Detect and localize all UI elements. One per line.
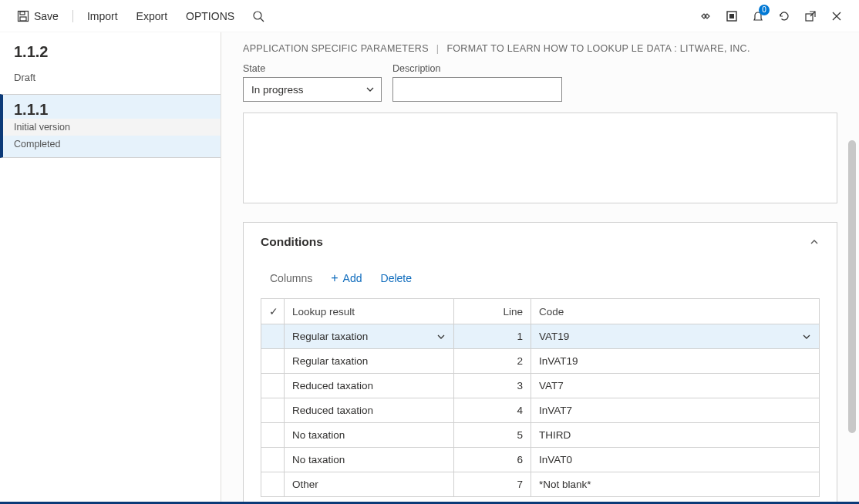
- main-pane: APPLICATION SPECIFIC PARAMETERS | FORMAT…: [221, 32, 859, 502]
- state-value: In progress: [251, 84, 304, 96]
- state-select[interactable]: In progress: [243, 77, 382, 102]
- check-icon: ✓: [269, 305, 278, 318]
- refresh-button[interactable]: [771, 3, 797, 29]
- chevron-down-icon: [436, 332, 446, 341]
- description-label: Description: [392, 63, 562, 74]
- row-selector[interactable]: [261, 324, 285, 349]
- cell-code[interactable]: THIRD: [531, 423, 820, 448]
- cell-line[interactable]: 7: [454, 472, 531, 497]
- svg-rect-6: [729, 14, 734, 18]
- cell-code[interactable]: InVAT0: [531, 448, 820, 472]
- version-status: Draft: [14, 72, 207, 91]
- cell-code[interactable]: VAT7: [531, 374, 820, 398]
- office-button[interactable]: [719, 3, 745, 29]
- table-row[interactable]: Other7*Not blank*: [261, 472, 820, 497]
- conditions-grid: ✓ Lookup result Line Code Regular taxati…: [261, 298, 820, 497]
- table-row[interactable]: Regular taxation1VAT19: [261, 324, 820, 349]
- conditions-header[interactable]: Conditions: [244, 223, 837, 261]
- search-button[interactable]: [245, 3, 271, 29]
- save-label: Save: [34, 10, 59, 22]
- separator: [72, 10, 73, 22]
- cell-lookup[interactable]: Other: [285, 472, 454, 497]
- cell-line[interactable]: 2: [454, 349, 531, 374]
- cell-line[interactable]: 3: [454, 374, 531, 398]
- breadcrumb-part: FORMAT TO LEARN HOW TO LOOKUP LE DATA : …: [446, 43, 750, 54]
- table-row[interactable]: No taxation6InVAT0: [261, 448, 820, 472]
- conditions-title: Conditions: [261, 235, 323, 249]
- version-sidebar: 1.1.2 Draft 1.1.1 Initial version Comple…: [0, 32, 221, 502]
- cell-code[interactable]: InVAT19: [531, 349, 820, 374]
- close-button[interactable]: [824, 3, 850, 29]
- version-number: 1.1.2: [14, 43, 207, 61]
- cell-code[interactable]: VAT19: [531, 324, 820, 349]
- col-header-code[interactable]: Code: [531, 299, 820, 324]
- notifications-button[interactable]: 0: [745, 3, 771, 29]
- row-selector[interactable]: [261, 448, 285, 472]
- cell-line[interactable]: 6: [454, 448, 531, 472]
- chevron-down-icon: [802, 332, 811, 341]
- import-button[interactable]: Import: [79, 5, 126, 27]
- row-selector[interactable]: [261, 423, 285, 448]
- conditions-section: Conditions Columns + Add Delete: [243, 222, 837, 502]
- version-item-draft[interactable]: 1.1.2 Draft: [0, 32, 221, 94]
- cell-code[interactable]: InVAT7: [531, 398, 820, 423]
- cell-lookup[interactable]: Reduced taxation: [285, 374, 454, 398]
- cell-lookup[interactable]: No taxation: [285, 448, 454, 472]
- link-icon: [699, 10, 712, 22]
- col-header-lookup[interactable]: Lookup result: [285, 299, 454, 324]
- cell-lookup[interactable]: Reduced taxation: [285, 398, 454, 423]
- notifications-badge: 0: [759, 5, 770, 15]
- svg-rect-2: [20, 17, 26, 21]
- col-header-select[interactable]: ✓: [261, 299, 285, 324]
- upper-panel: [243, 113, 837, 203]
- office-icon: [726, 10, 738, 22]
- cell-lookup[interactable]: Regular taxation: [285, 349, 454, 374]
- top-toolbar: Save Import Export OPTIONS 0: [0, 0, 859, 32]
- chevron-up-icon: [809, 237, 820, 247]
- row-selector[interactable]: [261, 398, 285, 423]
- svg-point-3: [254, 12, 261, 19]
- row-selector[interactable]: [261, 374, 285, 398]
- version-item-selected[interactable]: 1.1.1 Initial version Completed: [0, 94, 221, 158]
- conditions-toolbar: Columns + Add Delete: [244, 261, 837, 298]
- version-note: Initial version: [3, 119, 221, 136]
- export-button[interactable]: Export: [129, 5, 175, 27]
- cell-line[interactable]: 4: [454, 398, 531, 423]
- version-number: 1.1.1: [14, 101, 210, 119]
- popout-icon: [804, 10, 817, 22]
- chevron-down-icon: [365, 85, 375, 94]
- breadcrumb-part: APPLICATION SPECIFIC PARAMETERS: [243, 43, 429, 54]
- cell-lookup[interactable]: No taxation: [285, 423, 454, 448]
- row-selector[interactable]: [261, 472, 285, 497]
- table-row[interactable]: Reduced taxation4InVAT7: [261, 398, 820, 423]
- table-row[interactable]: Reduced taxation3VAT7: [261, 374, 820, 398]
- options-button[interactable]: OPTIONS: [178, 5, 242, 27]
- columns-button[interactable]: Columns: [270, 269, 312, 287]
- cell-line[interactable]: 1: [454, 324, 531, 349]
- cell-code[interactable]: *Not blank*: [531, 472, 820, 497]
- link-button[interactable]: [692, 3, 719, 29]
- save-button[interactable]: Save: [9, 5, 66, 27]
- table-row[interactable]: Regular taxation2InVAT19: [261, 349, 820, 374]
- col-header-line[interactable]: Line: [454, 299, 531, 324]
- save-icon: [17, 10, 29, 22]
- refresh-icon: [778, 10, 790, 22]
- svg-line-4: [261, 18, 264, 22]
- plus-icon: +: [331, 271, 338, 285]
- row-selector[interactable]: [261, 349, 285, 374]
- table-row[interactable]: No taxation5THIRD: [261, 423, 820, 448]
- version-status: Completed: [14, 136, 210, 153]
- breadcrumb: APPLICATION SPECIFIC PARAMETERS | FORMAT…: [243, 43, 837, 63]
- popout-button[interactable]: [797, 3, 824, 29]
- description-input[interactable]: [392, 77, 562, 102]
- svg-rect-1: [20, 12, 25, 15]
- cell-lookup[interactable]: Regular taxation: [285, 324, 454, 349]
- close-icon: [830, 10, 843, 22]
- add-button[interactable]: + Add: [331, 271, 362, 285]
- scrollbar[interactable]: [848, 140, 856, 433]
- search-icon: [252, 10, 264, 22]
- breadcrumb-separator: |: [436, 43, 440, 54]
- cell-line[interactable]: 5: [454, 423, 531, 448]
- state-label: State: [243, 63, 382, 74]
- delete-button[interactable]: Delete: [381, 272, 412, 284]
